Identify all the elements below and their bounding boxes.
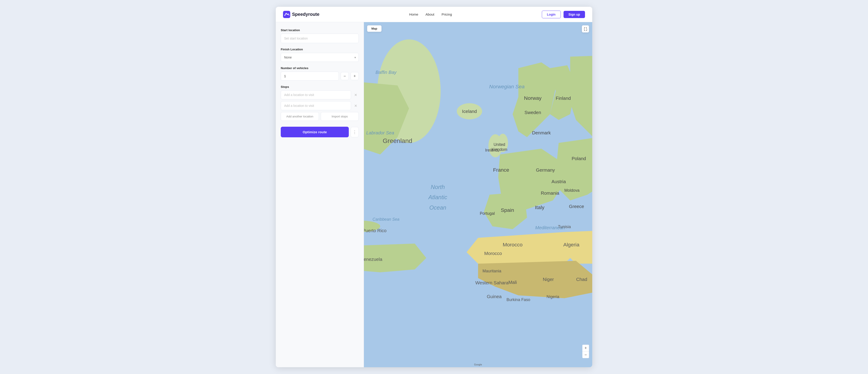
svg-text:Poland: Poland [572, 156, 586, 161]
vehicles-input[interactable] [281, 72, 339, 81]
login-button[interactable]: Login [542, 11, 561, 18]
svg-text:Spain: Spain [501, 207, 514, 213]
svg-text:Morocco: Morocco [484, 251, 502, 256]
start-location-section: Start location [281, 29, 359, 43]
svg-text:Ocean: Ocean [429, 204, 446, 211]
svg-text:Mali: Mali [508, 280, 517, 285]
more-options-button[interactable]: ⋮ [350, 127, 359, 137]
svg-text:Portugal: Portugal [480, 211, 495, 216]
stops-label: Stops [281, 85, 359, 89]
svg-text:Moldova: Moldova [564, 188, 579, 193]
nav-about[interactable]: About [426, 12, 434, 16]
svg-text:Iceland: Iceland [462, 109, 477, 114]
svg-text:Niger: Niger [543, 277, 554, 282]
svg-text:Ireland: Ireland [485, 148, 497, 152]
logo: Speedyroute [283, 11, 319, 18]
map-area: Greenland Iceland Norway Sweden Finland … [364, 22, 592, 367]
navbar: Speedyroute Home About Pricing Login Sig… [276, 7, 592, 22]
svg-text:Romania: Romania [541, 191, 559, 196]
optimize-route-button[interactable]: Optimize route [281, 127, 349, 137]
svg-text:Atlantic: Atlantic [428, 194, 447, 200]
import-stops-button[interactable]: Import stops [321, 112, 359, 121]
svg-point-1 [284, 15, 285, 16]
expand-icon [584, 27, 587, 31]
svg-rect-0 [283, 11, 290, 18]
finish-location-select[interactable]: None Return to start Custom [281, 53, 359, 62]
nav-actions: Login Sign up [542, 11, 585, 18]
brand-name: Speedyroute [292, 12, 319, 17]
speedyroute-icon [283, 11, 290, 18]
stop-row-2: ✕ [281, 101, 359, 110]
svg-text:Algeria: Algeria [563, 242, 580, 247]
main-content: Start location Finish Location None Retu… [276, 22, 592, 367]
zoom-controls: + − [582, 345, 589, 358]
svg-text:Greece: Greece [569, 204, 584, 209]
stop-clear-button-2[interactable]: ✕ [352, 103, 359, 109]
nav-home[interactable]: Home [409, 12, 418, 16]
stop-row-1: ✕ [281, 90, 359, 99]
svg-text:Western Sahara: Western Sahara [475, 280, 508, 285]
svg-text:Baffin Bay: Baffin Bay [375, 70, 397, 75]
vehicles-decrement-button[interactable]: − [341, 72, 349, 80]
svg-text:North: North [431, 184, 445, 190]
svg-text:Italy: Italy [535, 204, 545, 210]
zoom-out-button[interactable]: − [582, 351, 589, 358]
finish-location-label: Finish Location [281, 48, 359, 51]
svg-text:Tunisia: Tunisia [558, 225, 571, 229]
svg-text:Mauritania: Mauritania [483, 269, 501, 273]
svg-text:Chad: Chad [576, 277, 587, 282]
stop-clear-button-1[interactable]: ✕ [352, 92, 359, 98]
add-import-row: Add another location Import stops [281, 112, 359, 121]
signup-button[interactable]: Sign up [563, 11, 585, 18]
stops-section: Stops ✕ ✕ Add another location Import st… [281, 85, 359, 121]
stop-input-2[interactable] [281, 101, 351, 110]
start-location-label: Start location [281, 29, 359, 32]
add-another-location-button[interactable]: Add another location [281, 112, 319, 121]
vehicles-section: Number of vehicles − + [281, 66, 359, 81]
svg-text:Norwegian Sea: Norwegian Sea [489, 83, 525, 90]
svg-text:Burkina Faso: Burkina Faso [506, 298, 530, 302]
vehicles-label: Number of vehicles [281, 66, 359, 70]
optimize-row: Optimize route ⋮ [281, 127, 359, 137]
map-attribution: Google [474, 363, 482, 366]
nav-links: Home About Pricing [409, 12, 452, 16]
svg-text:Germany: Germany [536, 168, 555, 173]
svg-text:Norway: Norway [524, 95, 541, 101]
svg-text:Denmark: Denmark [532, 130, 551, 135]
map-svg: Greenland Iceland Norway Sweden Finland … [364, 22, 592, 367]
svg-text:Greenland: Greenland [383, 137, 412, 144]
svg-text:Labrador Sea: Labrador Sea [366, 130, 394, 135]
svg-text:France: France [493, 167, 509, 173]
stop-input-1[interactable] [281, 90, 351, 99]
svg-text:Venezuela: Venezuela [364, 257, 382, 262]
svg-text:Caribbean Sea: Caribbean Sea [373, 217, 399, 222]
svg-text:Austria: Austria [552, 179, 566, 184]
finish-location-section: Finish Location None Return to start Cus… [281, 48, 359, 62]
svg-text:Puerto Rico: Puerto Rico [364, 228, 386, 233]
nav-pricing[interactable]: Pricing [442, 12, 452, 16]
zoom-in-button[interactable]: + [582, 345, 589, 351]
svg-text:Nigeria: Nigeria [547, 295, 559, 299]
vehicles-row: − + [281, 72, 359, 81]
svg-text:Finland: Finland [556, 96, 571, 101]
finish-location-wrapper: None Return to start Custom ▾ [281, 53, 359, 62]
svg-text:United: United [493, 142, 505, 147]
sidebar: Start location Finish Location None Retu… [276, 22, 364, 367]
map-expand-button[interactable] [582, 25, 589, 33]
vehicles-increment-button[interactable]: + [350, 72, 359, 80]
svg-text:Guinea: Guinea [487, 294, 502, 299]
map-tab[interactable]: Map [367, 25, 381, 32]
start-location-input[interactable] [281, 34, 359, 43]
svg-text:Morocco: Morocco [503, 242, 523, 247]
svg-text:Sweden: Sweden [524, 110, 541, 115]
